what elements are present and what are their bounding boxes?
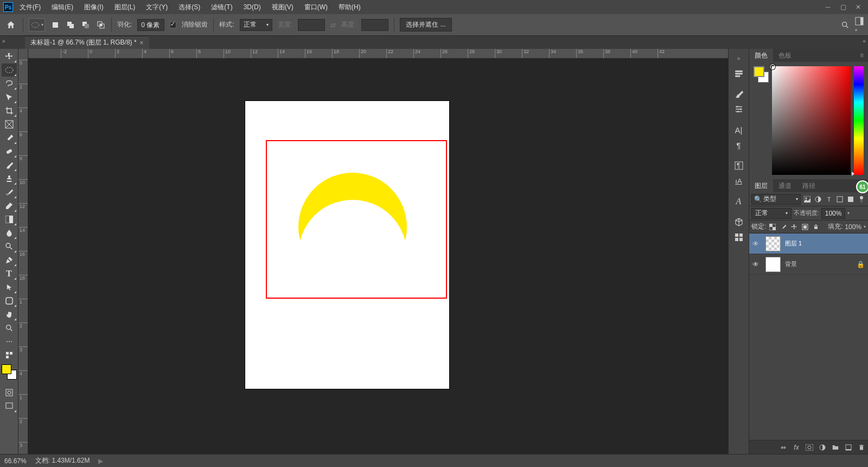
- color-swatch-pair[interactable]: [754, 66, 769, 175]
- menu-window[interactable]: 窗口(W): [300, 1, 332, 14]
- search-icon[interactable]: [841, 21, 850, 29]
- window-maximize-icon[interactable]: ▢: [837, 3, 850, 11]
- menu-file[interactable]: 文件(F): [15, 1, 45, 14]
- lock-artboard-icon[interactable]: [801, 223, 809, 231]
- color-field[interactable]: [772, 66, 851, 175]
- tab-color[interactable]: 颜色: [749, 48, 773, 63]
- document-tab[interactable]: 未标题-1 @ 66.7% (图层 1, RGB/8) * ×: [25, 36, 149, 49]
- history-panel-icon[interactable]: [731, 66, 747, 80]
- layer-item[interactable]: 👁背景🔒: [749, 254, 868, 275]
- brush-settings-panel-icon[interactable]: [731, 102, 747, 116]
- tab-channels[interactable]: 通道: [773, 179, 797, 193]
- opacity-input[interactable]: 100%: [821, 208, 845, 219]
- filter-image-icon[interactable]: [803, 195, 812, 204]
- style-select[interactable]: 正常▾: [240, 19, 272, 31]
- foreground-color-swatch[interactable]: [2, 364, 11, 374]
- selection-new-icon[interactable]: [50, 20, 60, 30]
- selection-sub-icon[interactable]: [81, 20, 91, 30]
- stamp-tool[interactable]: [2, 172, 17, 185]
- menu-select[interactable]: 选择(S): [174, 1, 205, 14]
- menu-filter[interactable]: 滤镜(T): [207, 1, 237, 14]
- styles-panel-icon[interactable]: A: [731, 194, 747, 209]
- fg-swatch[interactable]: [754, 66, 764, 77]
- collapse-toolbox-icon[interactable]: »: [2, 38, 5, 44]
- filter-smart-icon[interactable]: [846, 195, 855, 204]
- tab-layers[interactable]: 图层: [749, 179, 773, 193]
- layer-item[interactable]: 👁图层 1: [749, 234, 868, 254]
- statusbar-flyout-icon[interactable]: ▶: [98, 457, 103, 465]
- filter-adjust-icon[interactable]: [814, 195, 822, 204]
- screenmode-icon[interactable]: [2, 400, 17, 413]
- menu-type[interactable]: 文字(Y): [142, 1, 172, 14]
- selection-intersect-icon[interactable]: [96, 20, 106, 30]
- visibility-icon[interactable]: 👁: [752, 261, 761, 268]
- lock-all-icon[interactable]: [812, 223, 820, 231]
- feather-input[interactable]: 0 像素: [137, 19, 164, 31]
- marquee-tool[interactable]: [2, 64, 17, 77]
- selection-add-icon[interactable]: [66, 20, 75, 30]
- blend-mode-select[interactable]: 正常▾: [751, 208, 792, 219]
- brush-tool[interactable]: [2, 159, 17, 172]
- layer-fx-icon[interactable]: fx: [792, 443, 801, 452]
- fill-input[interactable]: 100%: [845, 223, 861, 231]
- type-tool[interactable]: T: [2, 267, 17, 280]
- glyphs-panel-icon[interactable]: ¶: [731, 159, 747, 173]
- hand-tool[interactable]: [2, 308, 17, 321]
- expand-dock-icon[interactable]: »: [731, 51, 747, 65]
- tab-swatches[interactable]: 色板: [773, 48, 797, 63]
- lock-pos-icon[interactable]: [790, 223, 799, 231]
- color-swatches[interactable]: [2, 364, 17, 380]
- eraser-tool[interactable]: [2, 199, 17, 212]
- home-icon[interactable]: [4, 18, 17, 31]
- path-select-tool[interactable]: [2, 281, 17, 294]
- floating-badge[interactable]: 61: [856, 180, 868, 193]
- current-tool-icon[interactable]: ▾: [29, 18, 45, 31]
- menu-layer[interactable]: 图层(L): [110, 1, 140, 14]
- filter-shape-icon[interactable]: [835, 195, 844, 204]
- healing-tool[interactable]: [2, 145, 17, 158]
- filter-toggle-icon[interactable]: [857, 195, 866, 204]
- panel-menu-icon[interactable]: ≡: [856, 49, 868, 61]
- menu-edit[interactable]: 编辑(E): [47, 1, 78, 14]
- layer-name[interactable]: 图层 1: [785, 239, 865, 248]
- tab-paths[interactable]: 路径: [797, 179, 821, 193]
- visibility-icon[interactable]: 👁: [752, 240, 761, 248]
- window-minimize-icon[interactable]: ─: [821, 3, 834, 11]
- antialias-checkbox[interactable]: [170, 22, 176, 28]
- filter-type-icon[interactable]: T: [825, 195, 833, 204]
- link-layers-icon[interactable]: ⇔: [779, 443, 788, 452]
- close-tab-icon[interactable]: ×: [140, 39, 144, 47]
- quickmask-icon[interactable]: [2, 386, 17, 399]
- collapse-panels-icon[interactable]: «: [860, 36, 868, 49]
- menu-help[interactable]: 帮助(H): [334, 1, 365, 14]
- move-tool[interactable]: [2, 50, 17, 63]
- document-canvas[interactable]: [245, 101, 449, 389]
- lasso-tool[interactable]: [2, 77, 17, 90]
- paragraph-panel-icon[interactable]: ¶: [731, 138, 747, 152]
- layer-thumbnail[interactable]: [765, 257, 781, 272]
- lock-trans-icon[interactable]: [768, 223, 777, 231]
- 3d-panel-icon[interactable]: [731, 215, 747, 229]
- lock-paint-icon[interactable]: [779, 223, 788, 231]
- char-style-panel-icon[interactable]: ıA: [731, 174, 747, 188]
- hue-slider[interactable]: [854, 66, 864, 175]
- menu-image[interactable]: 图像(I): [80, 1, 107, 14]
- group-layers-icon[interactable]: [831, 443, 840, 452]
- delete-layer-icon[interactable]: [857, 443, 866, 452]
- menu-view[interactable]: 视图(V): [267, 1, 298, 14]
- history-brush-tool[interactable]: [2, 186, 17, 199]
- layer-filter-select[interactable]: 🔍 类型▾: [751, 194, 801, 205]
- new-layer-icon[interactable]: [844, 443, 853, 452]
- blur-tool[interactable]: [2, 226, 17, 239]
- pen-tool[interactable]: [2, 254, 17, 267]
- quick-select-tool[interactable]: [2, 91, 17, 104]
- edit-toolbar-icon[interactable]: [2, 349, 17, 362]
- properties-panel-icon[interactable]: [731, 230, 747, 244]
- frame-tool[interactable]: [2, 118, 17, 131]
- layer-mask-icon[interactable]: [805, 443, 814, 452]
- zoom-tool[interactable]: [2, 321, 17, 335]
- more-tools-icon[interactable]: ⋯: [2, 335, 17, 348]
- adjustment-layer-icon[interactable]: [818, 443, 827, 452]
- dodge-tool[interactable]: [2, 240, 17, 253]
- menu-3d[interactable]: 3D(D): [239, 1, 265, 13]
